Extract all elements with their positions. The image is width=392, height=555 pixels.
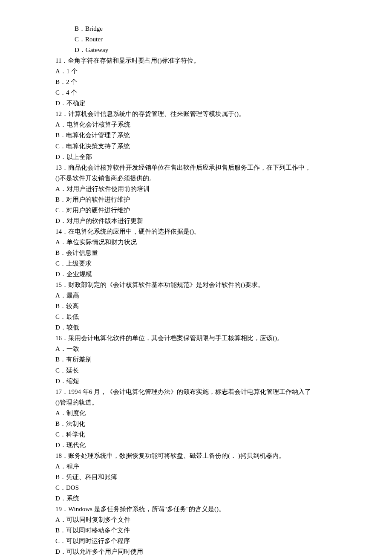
text-line: 15．财政部制定的《会计核算软件基本功能规范》是对会计软件的()要求。 xyxy=(55,280,337,290)
text-line: C．4 个 xyxy=(55,87,337,98)
text-line: D．较低 xyxy=(55,322,337,333)
text-line: 18．账务处理系统中，数据恢复功能可将软盘、磁带上备份的(． )拷贝到机器内。 xyxy=(55,451,337,461)
text-line: B．Bridge xyxy=(55,23,337,34)
text-line: B．有所差别 xyxy=(55,354,337,365)
text-line: B．会计信息量 xyxy=(55,248,337,258)
text-line: A．可以同时复制多个文件 xyxy=(55,515,337,525)
text-line: A．最高 xyxy=(55,290,337,301)
text-line: 14．在电算化系统的应用中，硬件的选择依据是()。 xyxy=(55,226,337,237)
text-line: B．可以同时移动多个文件 xyxy=(55,525,337,536)
text-line: D．不确定 xyxy=(55,98,337,109)
text-line: D．现代化 xyxy=(55,440,337,451)
text-line: D．系统 xyxy=(55,493,337,504)
text-line: D．可以允许多个用户同时使用 xyxy=(55,546,337,555)
text-line: C．延长 xyxy=(55,365,337,376)
text-line: C．对用户的硬件进行维护 xyxy=(55,205,337,216)
text-line: A．程序 xyxy=(55,461,337,472)
text-line: ()管理的轨道。 xyxy=(55,397,337,408)
text-line: 12．计算机会计信息系统中的存货管理、往来账管理等模块属于()。 xyxy=(55,109,337,119)
text-line: A．1 个 xyxy=(55,66,337,77)
text-line: A．一致 xyxy=(55,344,337,354)
text-line: C．最低 xyxy=(55,312,337,322)
text-line: A．制度化 xyxy=(55,408,337,419)
text-line: C．上级要求 xyxy=(55,258,337,269)
text-line: B．凭证、科目和账簿 xyxy=(55,472,337,483)
text-line: B．电算化会计管理子系统 xyxy=(55,130,337,141)
text-line: D．对用户的软件版本进行更新 xyxy=(55,216,337,226)
text-line: D．企业规模 xyxy=(55,269,337,280)
text-line: A．电算化会计核算子系统 xyxy=(55,119,337,130)
text-line: C．Router xyxy=(55,34,337,45)
text-line: B．2 个 xyxy=(55,77,337,87)
text-line: D．Gateway xyxy=(55,45,337,55)
text-line: C．科学化 xyxy=(55,429,337,440)
text-line: 11．全角字符在存储和显示时要占用()标准字符位。 xyxy=(55,55,337,66)
text-line: C．可以同时运行多个程序 xyxy=(55,536,337,546)
text-line: B．对用户的软件进行维护 xyxy=(55,194,337,205)
text-line: 17．1994 年6 月，《会计电算化管理办法》的颁布实施，标志着会计电算化管理… xyxy=(55,387,337,397)
text-line: D．以上全部 xyxy=(55,152,337,162)
text-line: D．缩短 xyxy=(55,376,337,387)
document-body: B．BridgeC．RouterD．Gateway11．全角字符在存储和显示时要… xyxy=(55,23,337,555)
text-line: B．较高 xyxy=(55,301,337,312)
text-line: 19．Windows 是多任务操作系统，所谓"多任务"的含义是()。 xyxy=(55,504,337,515)
text-line: C．DOS xyxy=(55,483,337,493)
text-line: C．电算化决策支持子系统 xyxy=(55,141,337,152)
text-line: A．对用户进行软件使用前的培训 xyxy=(55,184,337,194)
text-line: ()不是软件开发销售商必须提供的。 xyxy=(55,173,337,184)
text-line: 13．商品化会计核算软件开发经销单位在售出软件后应承担售后服务工作，在下列工作中… xyxy=(55,162,337,173)
text-line: B．法制化 xyxy=(55,419,337,429)
text-line: A．单位实际情况和财力状况 xyxy=(55,237,337,248)
text-line: 16．采用会计电算化软件的单位，其会计档案保管期限与手工核算相比，应该()。 xyxy=(55,333,337,344)
